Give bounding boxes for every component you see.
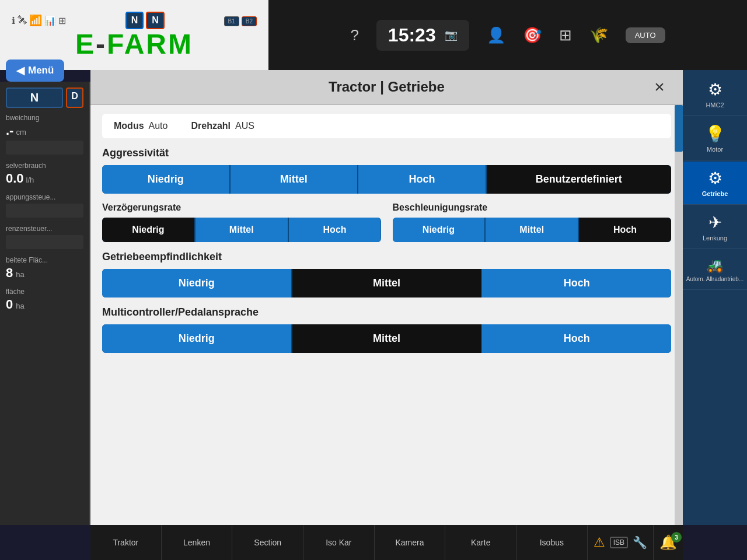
logo-text: E-FARM (75, 30, 193, 58)
tab-isokar[interactable]: Iso Kar (303, 525, 375, 560)
motor-label: Motor (707, 146, 723, 153)
getriebe-label: Getriebe (702, 190, 728, 197)
user-icon[interactable]: 👤 (487, 26, 505, 44)
beschleunigung-mittel[interactable]: Mittel (486, 218, 579, 242)
abweichung-value: .- (6, 123, 13, 138)
multicontroller-section: Multicontroller/Pedalansprache Niedrig M… (102, 306, 671, 353)
multi-niedrig[interactable]: Niedrig (102, 324, 292, 353)
grenzen-bar (6, 235, 83, 249)
aggressivitaet-hoch[interactable]: Hoch (358, 165, 487, 194)
motor-icon: 💡 (705, 124, 725, 144)
aggressivitaet-benutzerdefiniert[interactable]: Benutzerdefiniert (487, 165, 671, 194)
sidebar-abweichung: bweichung .- cm (6, 114, 83, 155)
top-bar: ℹ 🛰 📶 📊 ⊞ N N B1 B2 E-FARM (0, 0, 747, 70)
layers-icon[interactable]: ⊞ (559, 26, 572, 44)
sidebar-grenzen: renzensteuer... (6, 225, 83, 249)
drehzahl-label: Drehzahl (191, 121, 231, 131)
sidebar-item-motor[interactable]: 💡 Motor (683, 117, 747, 160)
beschleunigung-niedrig[interactable]: Niedrig (393, 218, 486, 242)
time-display: 15:23 📷 (376, 20, 469, 51)
chevron-left-icon: ◀ (16, 64, 25, 77)
getriebe-hoch[interactable]: Hoch (482, 269, 671, 298)
beschleunigung-group: Niedrig Mittel Hoch (393, 218, 672, 242)
getriebeempfindlichkeit-group: Niedrig Mittel Hoch (102, 269, 671, 298)
grid-icon: ⊞ (58, 15, 66, 26)
main-content: Tractor | Getriebe × Modus Auto Drehzahl… (90, 70, 683, 525)
satellite-icon: 🛰 (18, 15, 27, 26)
speed-icon[interactable]: 🎯 (523, 26, 542, 44)
auto-button[interactable]: AUTO (626, 27, 665, 43)
aggressivitaet-mittel[interactable]: Mittel (231, 165, 359, 194)
warning-icon: ⚠ (594, 535, 605, 550)
tool-icon: 🔧 (633, 536, 647, 550)
tab-karte[interactable]: Karte (445, 525, 516, 560)
verzoegerung-hoch[interactable]: Hoch (289, 218, 381, 242)
allrad-label: Autom. Allradantrieb... (686, 276, 743, 282)
aggressivitaet-title: Aggressivität (102, 147, 671, 159)
modus-value: Auto (149, 121, 168, 131)
wifi-icon: 📶 (29, 14, 42, 27)
kraftstoff-value: 0.0 (6, 171, 24, 186)
verzoegerung-niedrig[interactable]: Niedrig (102, 218, 196, 242)
beschleunigung-title: Beschleunigungsrate (393, 202, 672, 213)
getriebeempfindlichkeit-title: Getriebeempfindlichkeit (102, 251, 671, 263)
top-center: ? 15:23 📷 👤 🎯 ⊞ 🌾 AUTO (268, 20, 747, 51)
tab-isobus[interactable]: Isobus (516, 525, 588, 560)
tab-traktor[interactable]: Traktor (90, 525, 162, 560)
dialog-title: Tractor | Getriebe (125, 79, 648, 95)
b2-label: B2 (242, 16, 257, 26)
allrad-icon: 🚜 (706, 257, 724, 274)
mappung-bar (6, 204, 83, 218)
isb-icon: ISB (610, 537, 628, 548)
bottom-tabs: Traktor Lenken Section Iso Kar Kamera Ka… (90, 525, 683, 560)
sidebar-kraftstoff: selverbrauch 0.0 l/h (6, 162, 83, 186)
beschleunigung-hoch[interactable]: Hoch (579, 218, 671, 242)
menu-button[interactable]: ◀ Menü (6, 60, 64, 82)
close-button[interactable]: × (648, 77, 671, 97)
sidebar-item-allrad[interactable]: 🚜 Autom. Allradantrieb... (683, 250, 747, 290)
sidebar-mappung: appungssteue... (6, 193, 83, 218)
gesamtflaeche-value: 0 ha (6, 297, 83, 312)
scrollbar[interactable] (675, 105, 683, 525)
getriebe-niedrig[interactable]: Niedrig (102, 269, 292, 298)
farm-icon[interactable]: 🌾 (589, 26, 608, 44)
sidebar-flaeche: beitete Fläc... 8 ha (6, 256, 83, 281)
bottom-status-icons: ⚠ ISB 🔧 (588, 525, 654, 560)
n2-box: N (146, 12, 165, 29)
drehzahl-info: Drehzahl AUS (191, 121, 254, 131)
sidebar-item-getriebe[interactable]: ⚙ Getriebe (683, 162, 747, 205)
kraftstoff-unit: l/h (26, 176, 34, 184)
rate-row: Verzögerungsrate Niedrig Mittel Hoch Bes… (102, 202, 671, 242)
aggressivitaet-group: Niedrig Mittel Hoch Benutzerdefiniert (102, 165, 671, 194)
verzoegerung-title: Verzögerungsrate (102, 202, 381, 213)
info-icon: ℹ (12, 15, 15, 26)
time-text: 15:23 (388, 24, 436, 46)
logo-area: ℹ 🛰 📶 📊 ⊞ N N B1 B2 E-FARM (0, 0, 268, 70)
sidebar-item-lenkung[interactable]: ✈ Lenkung (683, 206, 747, 249)
flaeche-value: 8 ha (6, 265, 83, 281)
sidebar-item-hmc2[interactable]: ⚙ HMC2 (683, 73, 747, 116)
getriebe-mittel[interactable]: Mittel (292, 269, 483, 298)
modus-info: Modus Auto (114, 121, 167, 131)
tab-section[interactable]: Section (232, 525, 303, 560)
verzoegerung-mittel[interactable]: Mittel (196, 218, 289, 242)
drehzahl-value: AUS (235, 121, 254, 131)
top-info-bar: Modus Auto Drehzahl AUS (102, 114, 671, 138)
tab-kamera[interactable]: Kamera (375, 525, 446, 560)
bottom-notification: 🔔 3 (654, 525, 683, 560)
b1-label: B1 (224, 16, 239, 26)
modus-label: Modus (114, 121, 144, 131)
multicontroller-group: Niedrig Mittel Hoch (102, 324, 671, 353)
lenkung-icon: ✈ (708, 213, 722, 232)
right-sidebar: ⚙ HMC2 💡 Motor ⚙ Getriebe ✈ Lenkung 🚜 Au… (683, 70, 747, 525)
multi-hoch[interactable]: Hoch (482, 324, 671, 353)
tab-lenken[interactable]: Lenken (162, 525, 233, 560)
scrollbar-thumb (675, 105, 683, 152)
aggressivitaet-niedrig[interactable]: Niedrig (102, 165, 231, 194)
hmc2-label: HMC2 (706, 102, 724, 108)
aggressivitaet-section: Aggressivität Niedrig Mittel Hoch Benutz… (102, 147, 671, 194)
multi-mittel[interactable]: Mittel (292, 324, 483, 353)
dialog-body: Modus Auto Drehzahl AUS Aggressivität Ni… (90, 105, 683, 525)
help-icon[interactable]: ? (350, 26, 358, 44)
d-gear-indicator: D (66, 88, 83, 108)
